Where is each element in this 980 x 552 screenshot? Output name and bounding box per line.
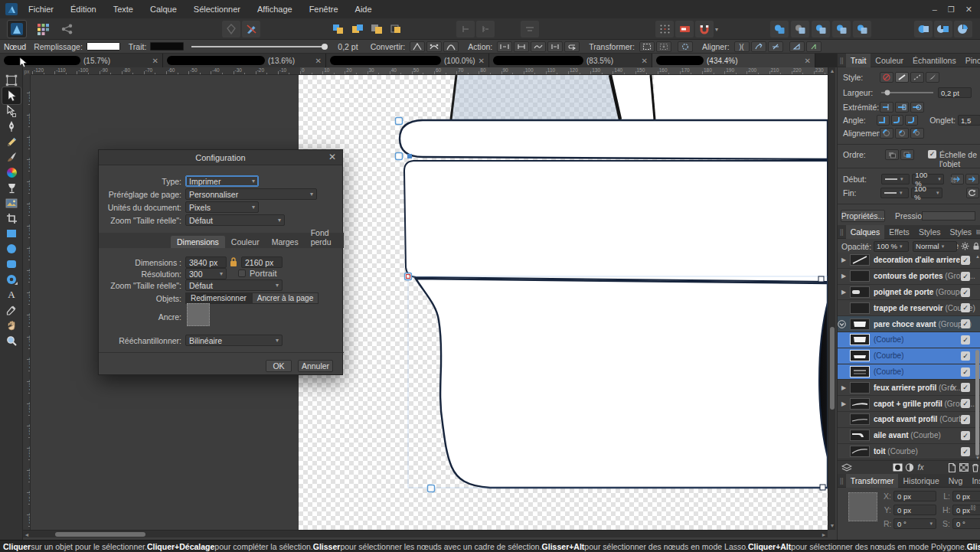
pixel-persona-icon[interactable] — [34, 21, 52, 38]
close-button[interactable]: ✕ — [965, 5, 972, 15]
align-center-icon[interactable] — [880, 128, 893, 139]
dialog-field-dropdown[interactable]: Défaut▾ — [185, 214, 285, 226]
objects-option[interactable]: Redimensionner — [185, 292, 252, 304]
align-outside-icon[interactable] — [910, 128, 924, 139]
action-close-icon[interactable] — [514, 41, 529, 52]
export-persona-icon[interactable] — [58, 21, 77, 38]
text-tool[interactable]: A — [2, 286, 21, 303]
collapse-icon[interactable] — [838, 320, 850, 328]
action-reverse-icon[interactable] — [564, 41, 580, 52]
width-value[interactable]: 0,2 pt — [938, 87, 972, 98]
layer-visibility-checkbox[interactable]: ✓ — [961, 399, 970, 408]
node-handle[interactable] — [396, 153, 403, 160]
start-pct-dropdown[interactable]: 100 %▾ — [912, 174, 943, 185]
cap-round-icon[interactable] — [910, 102, 924, 113]
boolean-add-icon[interactable] — [770, 21, 789, 38]
boolean-divide-icon[interactable] — [832, 21, 851, 38]
menu-selectionner[interactable]: Sélectionner — [185, 0, 249, 18]
anchor-selector[interactable] — [187, 303, 210, 326]
arrow-apply-icon[interactable] — [965, 174, 979, 185]
zoom-real-size-dropdown[interactable]: Défaut▾ — [185, 279, 283, 291]
dialog-field-dropdown[interactable]: Imprimer▾ — [185, 175, 259, 187]
menu-affichage[interactable]: Affichage — [249, 0, 301, 18]
panel-tab-trait[interactable]: Trait — [846, 54, 871, 67]
scroll-right-arrow[interactable]: ► — [820, 531, 828, 539]
crop-tool[interactable] — [2, 210, 21, 227]
panel-grip[interactable]: || — [838, 57, 846, 64]
stroke-width-slider[interactable] — [188, 41, 334, 52]
transform-anchor-selector[interactable] — [848, 492, 877, 521]
hand-tool[interactable] — [2, 317, 21, 334]
action-break-icon[interactable] — [497, 41, 512, 52]
ok-button[interactable]: OK — [266, 360, 292, 372]
transform-link-icon[interactable]: ⛓ — [970, 505, 976, 511]
layer-visibility-checkbox[interactable]: ✓ — [961, 447, 970, 456]
align-handles-icon[interactable]: )( — [734, 41, 750, 52]
menu-edition[interactable]: Édition — [62, 0, 105, 18]
menu-aide[interactable]: Aide — [347, 0, 381, 18]
layer-row[interactable]: pare choce avant (Grouper)✓ — [838, 316, 980, 332]
vertical-ruler[interactable]: 1360137013801390140014101420143014401450… — [23, 75, 31, 530]
node-handle[interactable] — [405, 273, 412, 280]
lock-layer-icon[interactable] — [972, 242, 980, 250]
rectangle-tool[interactable] — [2, 225, 21, 242]
blend-options-gear-icon[interactable] — [961, 242, 969, 250]
layer-visibility-checkbox[interactable]: ✓ — [961, 319, 970, 328]
menu-texte[interactable]: Texte — [105, 0, 142, 18]
layer-row[interactable]: ▶decoration d'aile arriere (...✓ — [838, 253, 980, 269]
align-rotate-icon[interactable] — [751, 41, 766, 52]
move-tool[interactable] — [2, 87, 21, 104]
pen-tool[interactable] — [2, 118, 21, 135]
panel-tab-nvg[interactable]: Nvg — [944, 474, 968, 488]
layer-stack-icon[interactable] — [841, 462, 852, 473]
expand-icon[interactable]: ▶ — [838, 400, 850, 407]
panel-tab-transformer[interactable]: Transformer — [846, 474, 899, 488]
minimize-button[interactable]: – — [933, 5, 937, 14]
layer-visibility-checkbox[interactable]: ✓ — [961, 272, 970, 281]
node-handle-white[interactable] — [818, 276, 824, 282]
horizontal-ruler[interactable]: -120-110-100-90-80-70-60-50-40-30-20-100… — [31, 67, 828, 75]
separate-curves-icon[interactable] — [934, 21, 952, 38]
document-tab-3[interactable]: (100.0%)✕ — [326, 54, 489, 67]
canvas-vertical-scrollbar[interactable]: ▲ ▼ — [828, 67, 835, 530]
objects-option[interactable]: Ancrer à la page — [252, 292, 318, 304]
layers-scroll-up-arrow[interactable]: ▲ — [975, 254, 980, 259]
resolution-dropdown[interactable]: 300▾ — [185, 268, 227, 279]
panel-grip[interactable]: || — [838, 228, 846, 236]
cap-butt-icon[interactable] — [880, 102, 893, 113]
dialog-tab-dimensions[interactable]: Dimensions — [171, 236, 225, 248]
insert-on-top-icon[interactable] — [368, 21, 386, 38]
convert-smooth-icon[interactable] — [426, 41, 442, 52]
vertical-scroll-thumb[interactable] — [830, 327, 835, 410]
layer-visibility-checkbox[interactable]: ✓ — [961, 303, 970, 312]
dialog-titlebar[interactable]: Configuration ✕ — [99, 150, 342, 165]
start-style-dropdown[interactable]: ▾ — [881, 174, 910, 185]
new-pixel-layer-icon[interactable] — [958, 462, 969, 473]
pressure-field[interactable] — [922, 211, 975, 220]
stroke-solid-icon[interactable] — [895, 72, 909, 83]
layer-row[interactable]: (Courbe)✓ — [838, 332, 980, 348]
node-handle-white[interactable] — [820, 485, 825, 490]
magnet-dropdown-arrow[interactable]: ▾ — [715, 26, 718, 33]
transform-mode2-icon[interactable] — [656, 41, 671, 52]
action-smooth-icon[interactable] — [531, 41, 546, 52]
menu-fichier[interactable]: Fichier — [20, 0, 62, 18]
miter-value[interactable]: 1,5 — [958, 115, 980, 126]
layer-visibility-checkbox[interactable]: ✓ — [961, 256, 970, 265]
scroll-up-arrow[interactable]: ▲ — [828, 67, 836, 75]
ellipse-tool[interactable] — [2, 240, 21, 257]
layer-visibility-checkbox[interactable]: ✓ — [961, 288, 970, 297]
width-slider[interactable] — [880, 88, 935, 97]
new-layer-icon[interactable] — [946, 462, 958, 473]
opacity-dropdown[interactable]: 100 %▾ — [874, 241, 909, 252]
panel-tab-couleur[interactable]: Couleur — [871, 54, 908, 67]
join-bevel-icon[interactable] — [905, 115, 918, 126]
boolean-intersect-icon[interactable] — [812, 21, 830, 38]
rounded-rectangle-tool[interactable] — [2, 256, 21, 273]
panel-grip[interactable]: || — [838, 477, 846, 485]
expand-icon[interactable]: ▶ — [838, 273, 850, 279]
boolean-subtract-icon[interactable] — [791, 21, 809, 38]
insert-inside-icon[interactable] — [348, 21, 367, 38]
panel-tab-stylesdetexte[interactable]: Styles de texte — [945, 225, 976, 239]
panel-tab-echantillons[interactable]: Échantillons — [908, 54, 961, 67]
